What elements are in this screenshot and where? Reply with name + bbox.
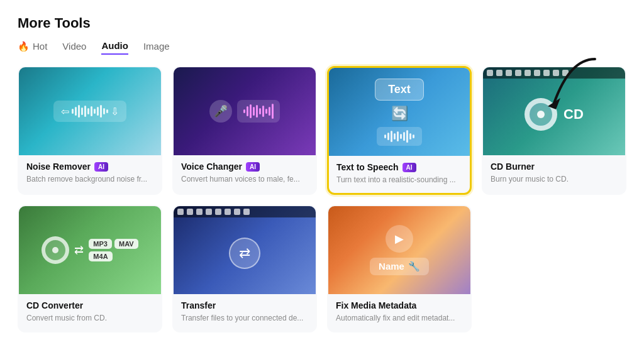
thumb-fix-media-metadata: ▶ Name 🔧 [328,206,470,294]
card-info-cd-converter: CD Converter Convert music from CD. [19,294,161,331]
ai-badge-tts: AI [402,163,416,172]
name-pill: Name 🔧 [370,258,429,275]
card-voice-changer[interactable]: 🎤 [172,66,317,195]
card-info-transfer: Transfer Transfer files to your connecte… [174,294,316,331]
card-transfer[interactable]: ⇄ Transfer Transfer files to your connec… [172,205,317,332]
tools-grid: ⇦ [18,66,626,332]
tab-image[interactable]: Image [143,40,170,55]
tabs-bar: 🔥 Hot Video Audio Image [18,40,626,55]
page-title: More Tools [18,15,626,31]
card-text-to-speech[interactable]: Text 🔄 [327,66,472,195]
hot-icon: 🔥 [18,41,30,52]
thumb-noise-remover: ⇦ [19,67,161,155]
transfer-icon: ⇄ [229,238,260,269]
tab-video[interactable]: Video [62,40,86,55]
tab-audio[interactable]: Audio [101,40,128,55]
mic-icon: 🎤 [209,100,232,123]
thumb-transfer: ⇄ [174,206,316,294]
card-info-noise-remover: Noise Remover AI Batch remove background… [19,155,161,192]
page-wrapper: More Tools 🔥 Hot Video Audio Image ⇦ [18,15,626,332]
cd-disc-icon [525,98,557,131]
card-cd-converter[interactable]: ⇄ MP3 MAV M4A CD Converter [18,205,162,332]
card-fix-media-metadata[interactable]: ▶ Name 🔧 Fix Media Metadata Automaticall… [327,205,472,332]
play-button-icon: ▶ [386,225,413,253]
ai-badge-noise: AI [94,162,108,172]
thumb-tts: Text 🔄 [329,68,470,156]
tts-arrows-icon: 🔄 [391,106,408,122]
ai-badge-voice: AI [246,162,260,172]
tab-hot[interactable]: 🔥 Hot [18,40,47,55]
thumb-voice-changer: 🎤 [174,67,316,155]
cdconv-disc-icon [42,236,69,264]
card-info-fix-media-metadata: Fix Media Metadata Automatically fix and… [328,294,470,331]
card-cd-burner[interactable]: CD CD Burner Burn your music to CD. [482,66,626,195]
thumb-cd-converter: ⇄ MP3 MAV M4A [19,206,161,294]
card-info-tts: Text to Speech AI Turn text into a reali… [329,156,470,193]
tts-text-label: Text [375,79,424,101]
thumb-cd-burner: CD [483,67,625,155]
card-noise-remover[interactable]: ⇦ [18,66,162,195]
format-badges: MP3 MAV M4A [89,239,138,261]
card-info-voice-changer: Voice Changer AI Convert human voices to… [174,155,316,192]
tts-waveform [377,127,422,146]
card-info-cd-burner: CD Burner Burn your music to CD. [483,155,625,192]
